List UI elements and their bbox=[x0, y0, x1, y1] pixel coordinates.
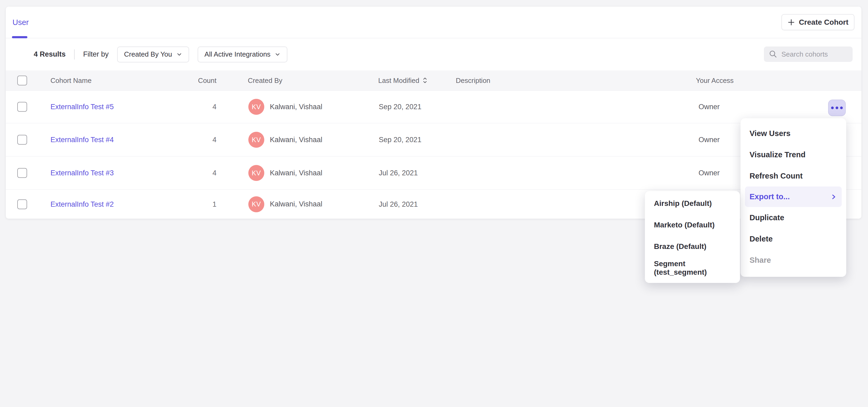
created-by-dropdown-label: Created By You bbox=[124, 50, 172, 58]
menu-item-export-to[interactable]: Export to... bbox=[745, 187, 842, 207]
creator-name: Kalwani, Vishaal bbox=[270, 136, 322, 144]
avatar: KV bbox=[248, 196, 264, 212]
cohort-count: 4 bbox=[179, 103, 216, 111]
row-checkbox[interactable] bbox=[17, 199, 27, 209]
access-badge: Owner bbox=[699, 136, 720, 144]
submenu-item-airship[interactable]: Airship (Default) bbox=[645, 193, 740, 214]
header-description: Description bbox=[456, 76, 490, 85]
cohort-name-link[interactable]: ExternalInfo Test #3 bbox=[51, 169, 114, 177]
created-by-cell: KV Kalwani, Vishaal bbox=[248, 196, 322, 212]
toolbar: 4 Results Filter by Created By You All A… bbox=[6, 38, 861, 70]
created-by-cell: KV Kalwani, Vishaal bbox=[248, 99, 322, 115]
header-your-access: Your Access bbox=[696, 76, 734, 85]
chevron-right-icon bbox=[831, 193, 837, 201]
filter-by-label: Filter by bbox=[83, 50, 108, 58]
header-last-modified[interactable]: Last Modified bbox=[378, 76, 427, 85]
created-by-dropdown[interactable]: Created By You bbox=[117, 46, 189, 62]
last-modified-date: Sep 20, 2021 bbox=[379, 103, 422, 111]
create-cohort-label: Create Cohort bbox=[799, 18, 848, 27]
toolbar-left: 4 Results Filter by Created By You All A… bbox=[34, 46, 287, 62]
search-box bbox=[764, 46, 852, 62]
chevron-down-icon bbox=[275, 52, 280, 57]
select-all-checkbox[interactable] bbox=[17, 75, 27, 85]
created-by-cell: KV Kalwani, Vishaal bbox=[248, 132, 322, 148]
menu-item-duplicate[interactable]: Duplicate bbox=[741, 207, 846, 228]
submenu-item-segment[interactable]: Segment (test_segment) bbox=[645, 257, 740, 279]
menu-item-visualize-trend[interactable]: Visualize Trend bbox=[741, 144, 846, 165]
row-actions-menu: View Users Visualize Trend Refresh Count… bbox=[741, 118, 846, 277]
active-tab-underline bbox=[12, 36, 27, 38]
table-header: Cohort Name Count Created By Last Modifi… bbox=[6, 70, 861, 91]
search-input[interactable] bbox=[781, 50, 848, 58]
access-badge: Owner bbox=[699, 169, 720, 177]
results-count: 4 Results bbox=[34, 50, 66, 58]
last-modified-date: Sep 20, 2021 bbox=[379, 136, 422, 144]
cohort-name-link[interactable]: ExternalInfo Test #4 bbox=[51, 136, 114, 144]
row-checkbox[interactable] bbox=[17, 168, 27, 178]
header-cohort-name: Cohort Name bbox=[51, 76, 92, 85]
cohort-name-link[interactable]: ExternalInfo Test #2 bbox=[51, 200, 114, 208]
header-created-by: Created By bbox=[248, 76, 282, 85]
tab-user-label: User bbox=[12, 18, 29, 27]
plus-icon bbox=[787, 19, 795, 26]
creator-name: Kalwani, Vishaal bbox=[270, 200, 322, 208]
last-modified-date: Jul 26, 2021 bbox=[379, 169, 418, 177]
cohorts-page: User Create Cohort 4 Results Filter by C… bbox=[0, 0, 868, 407]
avatar: KV bbox=[248, 132, 264, 148]
integrations-dropdown[interactable]: All Active Integrations bbox=[197, 46, 288, 62]
cohort-count: 1 bbox=[179, 200, 216, 208]
menu-item-view-users[interactable]: View Users bbox=[741, 123, 846, 144]
toolbar-divider bbox=[74, 50, 74, 60]
header-last-modified-label: Last Modified bbox=[378, 76, 420, 85]
submenu-item-braze[interactable]: Braze (Default) bbox=[645, 236, 740, 257]
menu-item-delete[interactable]: Delete bbox=[741, 228, 846, 249]
menu-item-export-to-label: Export to... bbox=[749, 192, 789, 201]
cohort-count: 4 bbox=[179, 136, 216, 144]
row-checkbox[interactable] bbox=[17, 102, 27, 112]
sort-icon bbox=[423, 77, 427, 84]
table-row: ExternalInfo Test #3 4 KV Kalwani, Visha… bbox=[6, 156, 861, 189]
menu-item-refresh-count[interactable]: Refresh Count bbox=[741, 165, 846, 187]
table-row: ExternalInfo Test #4 4 KV Kalwani, Visha… bbox=[6, 123, 861, 156]
integrations-dropdown-label: All Active Integrations bbox=[205, 50, 271, 58]
export-submenu: Airship (Default) Marketo (Default) Braz… bbox=[645, 191, 740, 283]
cohort-count: 4 bbox=[179, 169, 216, 177]
chevron-down-icon bbox=[176, 52, 182, 57]
avatar: KV bbox=[248, 99, 264, 115]
created-by-cell: KV Kalwani, Vishaal bbox=[248, 165, 322, 181]
create-cohort-button[interactable]: Create Cohort bbox=[781, 14, 855, 30]
row-checkbox[interactable] bbox=[17, 135, 27, 145]
creator-name: Kalwani, Vishaal bbox=[270, 103, 322, 111]
avatar: KV bbox=[248, 165, 264, 181]
creator-name: Kalwani, Vishaal bbox=[270, 169, 322, 177]
row-actions-button[interactable] bbox=[828, 100, 846, 116]
search-icon bbox=[769, 50, 778, 59]
cohort-name-link[interactable]: ExternalInfo Test #5 bbox=[51, 103, 114, 111]
submenu-item-marketo[interactable]: Marketo (Default) bbox=[645, 214, 740, 236]
last-modified-date: Jul 26, 2021 bbox=[379, 200, 418, 208]
access-badge: Owner bbox=[699, 103, 720, 111]
table-row: ExternalInfo Test #5 4 KV Kalwani, Visha… bbox=[6, 91, 861, 123]
tab-user[interactable]: User bbox=[12, 7, 29, 38]
cohorts-card: User Create Cohort 4 Results Filter by C… bbox=[6, 7, 861, 219]
tab-strip: User Create Cohort bbox=[6, 7, 861, 38]
menu-item-share: Share bbox=[741, 249, 846, 271]
header-count: Count bbox=[179, 76, 216, 85]
